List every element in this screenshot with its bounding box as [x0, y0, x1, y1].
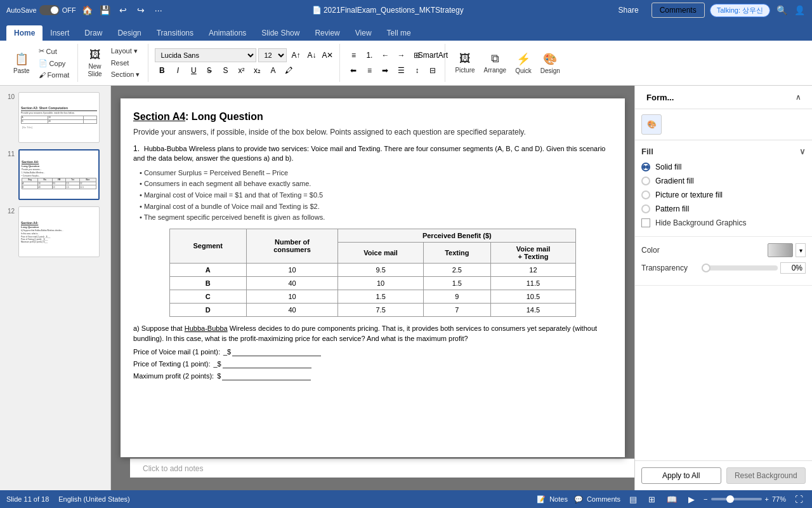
bullet-list-btn[interactable]: ≡: [346, 48, 360, 62]
zoom-out-btn[interactable]: −: [704, 495, 707, 503]
price-voice-row: Price of Voice mail (1 point): _$: [133, 348, 612, 356]
cut-button[interactable]: ✂ Cut: [36, 46, 73, 57]
gradient-fill-option[interactable]: Gradient fill: [641, 177, 806, 185]
slide-thumb-11[interactable]: 11 Section A4: Long Question Provide you…: [3, 148, 107, 201]
picture-fill-radio[interactable]: [641, 190, 650, 199]
tab-insert[interactable]: Insert: [43, 25, 77, 41]
reset-button[interactable]: Reset: [108, 58, 143, 68]
zoom-in-btn[interactable]: +: [765, 495, 769, 503]
zoom-value[interactable]: 77%: [772, 495, 786, 503]
fill-icon-btn[interactable]: 🎨: [641, 114, 662, 135]
design-button[interactable]: 🎨 Design: [537, 50, 563, 76]
slide-thumb-10[interactable]: 10 Section A3: Short Computation Provide…: [3, 91, 107, 144]
save-icon[interactable]: 💾: [99, 4, 112, 17]
font-name-select[interactable]: Lucida Sans: [155, 48, 256, 62]
tab-review[interactable]: Review: [307, 25, 347, 41]
line-spacing-btn[interactable]: ↕: [410, 64, 424, 77]
color-expand-btn[interactable]: ▾: [796, 243, 806, 257]
columns2-btn[interactable]: ⊟: [426, 64, 440, 77]
bold-button[interactable]: B: [155, 64, 169, 77]
home-icon[interactable]: 🏠: [81, 4, 94, 17]
tab-slideshow[interactable]: Slide Show: [254, 25, 307, 41]
underline-button[interactable]: U: [187, 64, 200, 77]
fill-collapse-icon[interactable]: ∨: [799, 147, 806, 156]
highlight-btn[interactable]: 🖍: [282, 64, 296, 77]
slide-sorter-btn[interactable]: ⊞: [646, 493, 658, 505]
smartart-convert-btn[interactable]: SmartArt: [426, 48, 440, 62]
italic-button[interactable]: I: [171, 64, 185, 77]
notes-bar[interactable]: Click to add notes: [130, 458, 634, 478]
tab-transitions[interactable]: Transitions: [149, 25, 201, 41]
hide-background-option[interactable]: Hide Background Graphics: [641, 218, 806, 227]
pattern-fill-option[interactable]: Pattern fill: [641, 204, 806, 213]
paste-button[interactable]: 📋 Paste: [10, 50, 33, 76]
autosave-toggle[interactable]: [39, 5, 60, 15]
normal-view-btn[interactable]: ▤: [627, 493, 639, 505]
zoom-slider[interactable]: [711, 498, 762, 500]
align-center-btn[interactable]: ≡: [362, 64, 376, 77]
user-icon[interactable]: 👤: [793, 4, 806, 17]
shadow-button[interactable]: S: [218, 64, 232, 77]
tab-tellme[interactable]: Tell me: [379, 25, 419, 41]
tab-animations[interactable]: Animations: [201, 25, 254, 41]
format-painter-button[interactable]: 🖌 Format: [36, 70, 73, 80]
transparency-slider[interactable]: [702, 265, 778, 271]
comments-button[interactable]: Comments: [652, 3, 705, 18]
color-row: Color ▾: [641, 243, 806, 257]
max-profit-input[interactable]: [222, 372, 311, 380]
redo-icon[interactable]: ↪: [134, 4, 147, 17]
color-picker[interactable]: [768, 243, 793, 257]
comments-status[interactable]: 💬 Comments: [574, 495, 620, 504]
decrease-indent-btn[interactable]: ←: [378, 48, 392, 62]
solid-fill-radio[interactable]: [641, 163, 650, 171]
superscript-button[interactable]: x²: [234, 64, 248, 77]
solid-fill-option[interactable]: Solid fill: [641, 163, 806, 171]
subscript-button[interactable]: x₂: [250, 64, 264, 77]
panel-collapse-button[interactable]: ∧: [790, 90, 806, 105]
justify-btn[interactable]: ☰: [394, 64, 408, 77]
panel-bottom: Apply to All Reset Background: [635, 460, 812, 490]
layout-button[interactable]: Layout ▾: [108, 46, 143, 57]
strikethrough-button[interactable]: S̶: [202, 64, 216, 77]
fit-window-btn[interactable]: ⛶: [792, 493, 806, 505]
share-button[interactable]: Share: [611, 3, 646, 17]
increase-font-btn[interactable]: A↑: [289, 48, 303, 62]
transparency-value[interactable]: 0%: [780, 262, 806, 274]
reading-view-btn[interactable]: 📖: [664, 493, 679, 505]
arrange-button[interactable]: ⧉ Arrange: [481, 50, 510, 76]
numbered-list-btn[interactable]: 1.: [362, 48, 376, 62]
presenter-view-btn[interactable]: ▶: [686, 493, 697, 505]
gradient-fill-radio[interactable]: [641, 177, 650, 185]
autosave-control[interactable]: AutoSave OFF: [6, 5, 76, 15]
apply-all-button[interactable]: Apply to All: [641, 467, 721, 484]
font-size-select[interactable]: 12: [258, 48, 287, 62]
picture-fill-option[interactable]: Picture or texture fill: [641, 190, 806, 199]
font-color-btn[interactable]: A: [266, 64, 280, 77]
more-icon[interactable]: ···: [152, 4, 165, 17]
quick-button[interactable]: ⚡ Quick: [512, 50, 535, 76]
price-texting-input[interactable]: [223, 360, 311, 368]
section-button[interactable]: Section ▾: [108, 69, 143, 80]
align-right-btn[interactable]: ➡: [378, 64, 392, 77]
tab-draw[interactable]: Draw: [77, 25, 110, 41]
tab-design[interactable]: Design: [110, 25, 148, 41]
price-voice-input[interactable]: [232, 348, 321, 356]
copy-button[interactable]: 📄 Copy: [36, 58, 73, 69]
notes-status[interactable]: 📝 Notes: [537, 495, 568, 504]
decrease-font-btn[interactable]: A↓: [304, 48, 318, 62]
hide-background-checkbox[interactable]: [641, 218, 650, 227]
slide-canvas[interactable]: Section A4: Long Question Provide your a…: [121, 98, 625, 457]
clear-format-btn[interactable]: A✕: [320, 48, 334, 62]
undo-icon[interactable]: ↩: [117, 4, 129, 17]
notes-placeholder[interactable]: Click to add notes: [143, 464, 622, 473]
picture-button[interactable]: 🖼 Picture: [452, 50, 478, 76]
tab-view[interactable]: View: [348, 25, 379, 41]
search-icon[interactable]: 🔍: [775, 4, 788, 17]
increase-indent-btn[interactable]: →: [394, 48, 408, 62]
align-left-btn[interactable]: ⬅: [346, 64, 360, 77]
slide-thumb-12[interactable]: 12 Section A4: Long Question b) Suppose …: [3, 205, 107, 258]
tab-home[interactable]: Home: [6, 25, 43, 41]
pattern-fill-radio[interactable]: [641, 204, 650, 213]
new-slide-button[interactable]: 🖼 New Slide: [84, 46, 105, 80]
reset-background-button[interactable]: Reset Background: [726, 467, 806, 484]
